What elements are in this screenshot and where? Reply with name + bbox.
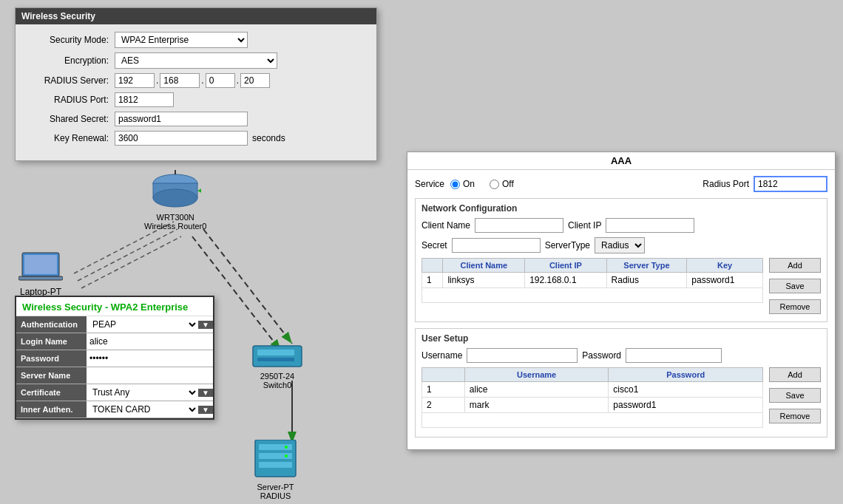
- user-row1-username: alice: [464, 382, 608, 398]
- user-col-username: Username: [464, 368, 608, 382]
- user-add-button[interactable]: Add: [769, 367, 821, 382]
- svg-line-5: [203, 229, 292, 344]
- certificate-select[interactable]: Trust Any: [87, 384, 198, 401]
- radius-ip2-input[interactable]: [160, 73, 200, 88]
- net-row-client-name: linksys: [443, 273, 525, 288]
- login-name-label: Login Name: [16, 333, 87, 350]
- svg-rect-21: [259, 462, 292, 468]
- auth-row: Authentication PEAP ▼: [16, 316, 213, 333]
- aaa-radius-port-input[interactable]: [754, 176, 827, 192]
- secret-label: Secret: [422, 240, 447, 251]
- wpa-panel: Wireless Security - WPA2 Enterprise Auth…: [15, 296, 214, 420]
- radius-dot-1: .: [156, 75, 158, 86]
- auth-label: Authentication: [16, 316, 87, 333]
- radius-ip4-input[interactable]: [240, 73, 270, 88]
- key-renewal-suffix: seconds: [252, 133, 285, 143]
- switch-label2: Switch0: [251, 381, 303, 389]
- svg-rect-15: [253, 346, 302, 367]
- auth-dropdown-btn[interactable]: ▼: [198, 321, 213, 329]
- net-row-server-type: Radius: [606, 273, 687, 288]
- network-config-title: Network Configuration: [422, 203, 821, 214]
- wireless-security-panel: Wireless Security Security Mode: WPA2 En…: [15, 7, 377, 161]
- user-remove-button[interactable]: Remove: [769, 409, 821, 423]
- encryption-select[interactable]: AES: [115, 52, 277, 69]
- username-input[interactable]: [467, 348, 578, 363]
- radio-off[interactable]: [490, 180, 499, 189]
- radio-on-group: On: [450, 179, 475, 189]
- aaa-title: AAA: [407, 152, 835, 170]
- network-table-empty-row: [422, 288, 763, 303]
- laptop-icon-svg: [18, 251, 63, 285]
- net-row-client-ip: 192.168.0.1: [525, 273, 606, 288]
- server-icon-svg: [248, 440, 303, 480]
- login-name-row: Login Name: [16, 333, 213, 350]
- user-col-password: Password: [609, 368, 763, 382]
- network-add-button[interactable]: Add: [769, 258, 821, 273]
- network-buttons-col: Add Save Remove: [763, 258, 821, 317]
- client-name-label: Client Name: [422, 220, 470, 231]
- user-col-num: [422, 368, 465, 382]
- svg-point-12: [153, 189, 197, 207]
- user-row2-username: mark: [464, 398, 608, 413]
- shared-secret-input[interactable]: [115, 112, 248, 126]
- server-type-select[interactable]: Radius: [595, 237, 645, 253]
- radius-server-label: RADIUS Server:: [26, 75, 115, 86]
- radius-ip3-input[interactable]: [206, 73, 235, 88]
- radius-port-label: RADIUS Port:: [26, 95, 115, 105]
- network-remove-button[interactable]: Remove: [769, 299, 821, 314]
- svg-line-3: [81, 236, 181, 288]
- password-row: Password: [16, 350, 213, 367]
- radio-on[interactable]: [450, 180, 460, 189]
- password-input[interactable]: [87, 351, 213, 366]
- net-row-key: password1: [687, 273, 763, 288]
- security-mode-select[interactable]: WPA2 Enterprise: [115, 32, 248, 48]
- switch-device: 2950T-24 Switch0: [251, 340, 303, 389]
- switch-name: 2950T-24: [251, 372, 303, 381]
- network-table-area: Client Name Client IP Server Type Key 1 …: [422, 258, 821, 317]
- key-renewal-input[interactable]: [115, 131, 248, 146]
- router-icon-svg: [149, 170, 201, 211]
- radius-dot-2: .: [201, 75, 203, 86]
- inner-authen-dropdown-btn[interactable]: ▼: [198, 406, 213, 414]
- col-server-type: Server Type: [606, 259, 687, 273]
- user-row1-num: 1: [422, 382, 465, 398]
- security-mode-label: Security Mode:: [26, 35, 115, 45]
- server-name-label: Server Name: [16, 367, 87, 384]
- secret-input[interactable]: [452, 238, 541, 253]
- user-row2-password: password1: [609, 398, 763, 413]
- server-name-input[interactable]: [87, 368, 213, 383]
- user-row1-password: cisco1: [609, 382, 763, 398]
- inner-authen-select[interactable]: TOKEN CARD: [87, 401, 198, 418]
- router-device: WRT300N Wireless Router0: [144, 170, 206, 231]
- user-row-1: 1 alice cisco1: [422, 382, 763, 398]
- router-name: WRT300N: [144, 213, 206, 222]
- user-setup-form-row: Username Password: [422, 348, 821, 363]
- password-label: Password: [16, 350, 87, 367]
- server-name-row: Server Name: [16, 367, 213, 384]
- switch-icon-svg: [251, 340, 303, 370]
- client-name-input[interactable]: [475, 218, 563, 233]
- auth-select[interactable]: PEAP: [87, 316, 198, 333]
- user-password-input[interactable]: [626, 348, 722, 363]
- login-name-input[interactable]: [87, 334, 213, 349]
- inner-authen-row: Inner Authen. TOKEN CARD ▼: [16, 401, 213, 418]
- network-save-button[interactable]: Save: [769, 279, 821, 293]
- network-table-row: 1 linksys 192.168.0.1 Radius password1: [422, 273, 763, 288]
- svg-rect-16: [257, 350, 294, 355]
- certificate-row: Certificate Trust Any ▼: [16, 384, 213, 401]
- radius-ip1-input[interactable]: [115, 73, 155, 88]
- svg-rect-9: [18, 276, 63, 280]
- user-buttons-col: Add Save Remove: [763, 367, 821, 432]
- svg-rect-17: [257, 358, 294, 361]
- radius-dot-3: .: [237, 75, 239, 86]
- network-table-main: Client Name Client IP Server Type Key 1 …: [422, 258, 763, 317]
- client-ip-input[interactable]: [606, 218, 694, 233]
- user-save-button[interactable]: Save: [769, 388, 821, 403]
- svg-rect-8: [24, 255, 57, 274]
- inner-authen-label: Inner Authen.: [16, 401, 87, 418]
- certificate-label: Certificate: [16, 384, 87, 401]
- radio-on-label: On: [463, 179, 475, 189]
- radius-port-input[interactable]: [115, 92, 174, 107]
- aaa-radius-port-label: Radius Port: [702, 179, 749, 189]
- certificate-dropdown-btn[interactable]: ▼: [198, 389, 213, 397]
